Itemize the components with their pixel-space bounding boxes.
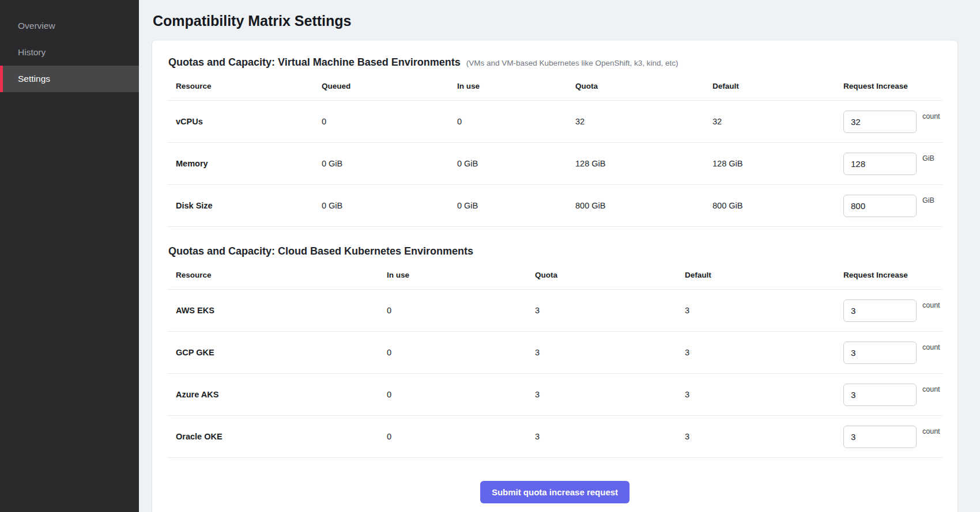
queued-value: 0 GiB <box>322 201 457 210</box>
unit-label: count <box>922 343 940 351</box>
vm-section-header: Quotas and Capacity: Virtual Machine Bas… <box>168 56 943 69</box>
request-increase-input[interactable] <box>843 299 917 322</box>
in-use-value: 0 <box>387 390 535 399</box>
resource-name: Oracle OKE <box>167 432 387 441</box>
request-increase-input[interactable] <box>843 384 917 406</box>
app-window: Overview History Settings Compatibility … <box>0 0 980 512</box>
unit-label: GiB <box>922 154 934 162</box>
settings-card: Quotas and Capacity: Virtual Machine Bas… <box>152 40 958 512</box>
queued-value: 0 GiB <box>322 159 457 168</box>
in-use-value: 0 <box>387 348 535 357</box>
request-increase-input[interactable] <box>843 342 917 364</box>
request-increase-cell: count <box>843 426 943 448</box>
default-value: 128 GiB <box>713 159 843 168</box>
vm-section-title: Quotas and Capacity: Virtual Machine Bas… <box>168 56 461 69</box>
table-row-disk-size: Disk Size 0 GiB 0 GiB 800 GiB 800 GiB Gi… <box>167 185 943 227</box>
request-increase-input[interactable] <box>843 153 917 175</box>
request-increase-cell: count <box>843 299 943 322</box>
in-use-value: 0 <box>457 117 575 126</box>
sidebar-item-history[interactable]: History <box>0 39 139 66</box>
k8s-section-header: Quotas and Capacity: Cloud Based Kuberne… <box>168 245 943 257</box>
default-value: 32 <box>713 117 843 126</box>
sidebar: Overview History Settings <box>0 0 139 512</box>
unit-label: count <box>922 301 940 309</box>
quota-value: 3 <box>535 432 685 441</box>
default-value: 3 <box>685 432 843 441</box>
resource-name: Disk Size <box>167 201 322 210</box>
k8s-section-title: Quotas and Capacity: Cloud Based Kuberne… <box>168 245 473 257</box>
column-header-in-use: In use <box>457 82 575 90</box>
request-increase-input[interactable] <box>843 426 917 448</box>
quota-value: 3 <box>535 390 685 399</box>
vm-table-header: Resource Queued In use Quota Default Req… <box>167 72 943 101</box>
table-row-aws-eks: AWS EKS 0 3 3 count <box>167 290 943 332</box>
column-header-queued: Queued <box>322 82 457 90</box>
column-header-default: Default <box>685 271 843 279</box>
queued-value: 0 <box>322 117 457 126</box>
column-header-request-increase: Request Increase <box>843 82 943 90</box>
column-header-request-increase: Request Increase <box>843 271 943 279</box>
default-value: 3 <box>685 306 843 315</box>
column-header-default: Default <box>713 82 843 90</box>
request-increase-cell: count <box>843 342 943 364</box>
quota-value: 800 GiB <box>575 201 713 210</box>
unit-label: GiB <box>922 196 934 204</box>
request-increase-cell: count <box>843 111 943 133</box>
quota-value: 32 <box>575 117 713 126</box>
table-row-azure-aks: Azure AKS 0 3 3 count <box>167 374 943 416</box>
page-title: Compatibility Matrix Settings <box>153 13 958 29</box>
request-increase-cell: GiB <box>843 153 943 175</box>
sidebar-item-label: History <box>18 47 46 58</box>
quota-value: 3 <box>535 306 685 315</box>
table-row-vcpus: vCPUs 0 0 32 32 count <box>167 101 943 143</box>
request-increase-input[interactable] <box>843 111 917 133</box>
submit-quota-increase-button[interactable]: Submit quota increase request <box>480 481 630 503</box>
default-value: 3 <box>685 348 843 357</box>
unit-label: count <box>922 427 940 435</box>
quota-value: 128 GiB <box>575 159 713 168</box>
sidebar-item-settings[interactable]: Settings <box>0 66 139 92</box>
column-header-quota: Quota <box>535 271 685 279</box>
default-value: 3 <box>685 390 843 399</box>
sidebar-item-label: Settings <box>18 74 50 84</box>
column-header-in-use: In use <box>387 271 535 279</box>
resource-name: Memory <box>167 159 322 168</box>
default-value: 800 GiB <box>713 201 843 210</box>
column-header-resource: Resource <box>167 82 322 90</box>
unit-label: count <box>922 385 940 393</box>
quota-value: 3 <box>535 348 685 357</box>
resource-name: GCP GKE <box>167 348 387 357</box>
column-header-resource: Resource <box>167 271 387 279</box>
k8s-table-header: Resource In use Quota Default Request In… <box>167 261 943 290</box>
sidebar-item-overview[interactable]: Overview <box>0 13 139 39</box>
in-use-value: 0 <box>387 306 535 315</box>
sidebar-item-label: Overview <box>18 21 55 31</box>
table-row-gcp-gke: GCP GKE 0 3 3 count <box>167 332 943 374</box>
submit-row: Submit quota increase request <box>167 458 943 503</box>
resource-name: Azure AKS <box>167 390 387 399</box>
request-increase-cell: count <box>843 384 943 406</box>
request-increase-input[interactable] <box>843 195 917 217</box>
table-row-memory: Memory 0 GiB 0 GiB 128 GiB 128 GiB GiB <box>167 143 943 185</box>
main-content: Compatibility Matrix Settings Quotas and… <box>139 0 980 512</box>
vm-section-subtitle: (VMs and VM-based Kubernetes like OpenSh… <box>466 59 679 67</box>
table-row-oracle-oke: Oracle OKE 0 3 3 count <box>167 416 943 458</box>
column-header-quota: Quota <box>575 82 713 90</box>
request-increase-cell: GiB <box>843 195 943 217</box>
unit-label: count <box>922 112 940 120</box>
in-use-value: 0 GiB <box>457 201 575 210</box>
resource-name: AWS EKS <box>167 306 387 315</box>
in-use-value: 0 GiB <box>457 159 575 168</box>
resource-name: vCPUs <box>167 117 322 126</box>
in-use-value: 0 <box>387 432 535 441</box>
